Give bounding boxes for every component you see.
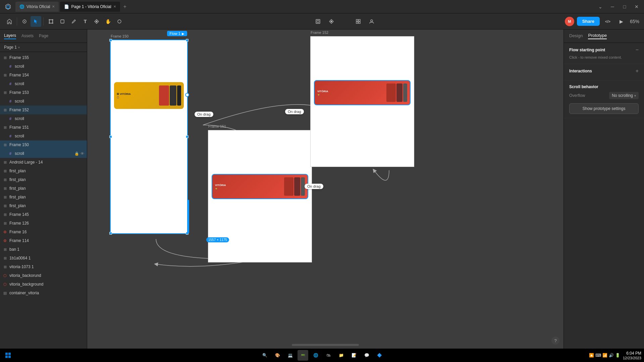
- play-prototype-btn[interactable]: ▶: [616, 16, 627, 27]
- page-tab[interactable]: Page: [39, 34, 48, 39]
- layer-scroll152[interactable]: # scroll: [0, 114, 87, 123]
- layer-vitoria1073[interactable]: ⊞ vitoria-1073 1: [0, 262, 87, 271]
- overflow-select[interactable]: No scrolling ▾: [609, 92, 639, 99]
- help-button[interactable]: ?: [551, 337, 559, 345]
- canvas-hscroll[interactable]: [292, 344, 359, 346]
- add-interaction-btn[interactable]: +: [636, 68, 639, 74]
- layer-frame126[interactable]: ⊞ Frame 126: [0, 219, 87, 228]
- layer-frame114[interactable]: ⚙ Frame 114: [0, 236, 87, 245]
- layer-frame155[interactable]: ⊞ Frame 155: [0, 53, 87, 62]
- show-prototype-settings-button[interactable]: Show prototype settings: [569, 103, 639, 114]
- close-button[interactable]: ✕: [632, 2, 641, 11]
- share-button[interactable]: Share: [577, 17, 600, 26]
- chevron-down-btn[interactable]: ⌄: [596, 2, 605, 11]
- frame-tool[interactable]: [46, 16, 56, 27]
- overflow-label: Overflow: [569, 93, 585, 98]
- layer-first1[interactable]: ⊞ first_plan: [0, 167, 87, 175]
- home-tool[interactable]: [4, 16, 15, 27]
- connection-point[interactable]: [185, 93, 189, 97]
- chevron-up-icon[interactable]: 🔼: [589, 353, 594, 358]
- canvas-frame-150[interactable]: Frame 150 Flow 1 ▶ ⊞ VITÓRIA 🦁: [110, 40, 188, 234]
- zoom-level[interactable]: 65%: [629, 16, 640, 27]
- app2-taskbar-icon[interactable]: 🔷: [374, 350, 385, 361]
- layer-ban1[interactable]: ⊞ ban 1: [0, 245, 87, 254]
- code-btn[interactable]: </>: [602, 16, 613, 27]
- layer-frame16[interactable]: ⚙ Frame 16: [0, 228, 87, 236]
- layer-first4[interactable]: ⊞ first_plan: [0, 193, 87, 201]
- layer-scroll154[interactable]: # scroll: [0, 79, 87, 88]
- frame-fit-btn[interactable]: [313, 16, 323, 27]
- new-tab-button[interactable]: +: [121, 4, 128, 10]
- layer-scroll155[interactable]: # scroll: [0, 62, 87, 71]
- store-taskbar-icon[interactable]: 🛍: [323, 350, 334, 361]
- volume-icon[interactable]: 🔊: [609, 353, 614, 358]
- terminal-taskbar-icon[interactable]: 📟: [298, 350, 308, 361]
- toolbar-center: [127, 16, 562, 27]
- tab-close-icon[interactable]: ✕: [52, 5, 55, 8]
- multiplayer-btn[interactable]: [366, 16, 377, 27]
- design-tab[interactable]: Design: [569, 33, 583, 39]
- layer-frame153[interactable]: ⊞ Frame 153: [0, 88, 87, 97]
- comment-tool[interactable]: [114, 16, 125, 27]
- battery-icon[interactable]: 🔋: [615, 353, 620, 358]
- pen-tool[interactable]: [68, 16, 79, 27]
- move-tool[interactable]: [19, 16, 30, 27]
- flow-badge[interactable]: Flow 1 ▶: [167, 31, 187, 36]
- flow-section-title: Flow starting point: [569, 48, 605, 52]
- layer-first5[interactable]: ⊞ first_plan: [0, 201, 87, 210]
- canvas-frame-152[interactable]: Frame 152 VITÓRIA 🦁: [310, 36, 414, 167]
- layer-first2[interactable]: ⊞ first_plan: [0, 175, 87, 184]
- files-taskbar-icon[interactable]: 📁: [336, 350, 346, 361]
- assets-tab[interactable]: Assets: [21, 34, 34, 39]
- layer-android[interactable]: ⊞ Android Large - 14: [0, 158, 87, 167]
- layer-vitoriabg1[interactable]: ⬡ vitoria_backorund: [0, 271, 87, 280]
- layer-name: scroll: [15, 99, 84, 104]
- browser-taskbar-icon[interactable]: 🌐: [310, 350, 321, 361]
- tab-label2: Page 1 - Vitória Oficial: [71, 4, 111, 9]
- layer-first3[interactable]: ⊞ first_plan: [0, 184, 87, 193]
- notes-taskbar-icon[interactable]: 📝: [348, 350, 359, 361]
- layer-vitoriabg2[interactable]: ⬡ vitoria_background: [0, 280, 87, 289]
- fill-rules-btn[interactable]: [326, 16, 337, 27]
- frame-label-152: Frame 152: [311, 31, 328, 35]
- prototype-tab[interactable]: Prototype: [588, 33, 607, 39]
- component-tool[interactable]: [91, 16, 102, 27]
- layout-grid-btn[interactable]: [353, 16, 364, 27]
- layer-scroll151[interactable]: # scroll: [0, 132, 87, 140]
- select-tool[interactable]: [31, 16, 41, 27]
- layers-tab[interactable]: Layers: [4, 33, 16, 39]
- browser-tab-page1[interactable]: 📄 Page 1 - Vitória Oficial ✕: [60, 2, 120, 12]
- canvas-content: Frame 150 Flow 1 ▶ ⊞ VITÓRIA 🦁: [87, 29, 564, 349]
- dark-mode-btn[interactable]: [339, 16, 350, 27]
- layer-frame154[interactable]: ⊞ Frame 154: [0, 71, 87, 79]
- vscode-taskbar-icon[interactable]: 💻: [285, 350, 296, 361]
- whatsapp-taskbar-icon[interactable]: 💬: [361, 350, 372, 361]
- page-name[interactable]: Page 1 ▾: [4, 45, 20, 50]
- layer-scroll153[interactable]: # scroll: [0, 97, 87, 106]
- layer-frame145[interactable]: ⊞ Frame 145: [0, 210, 87, 219]
- layer-1b1a0064[interactable]: ⊞ 1b1a0064 1: [0, 254, 87, 262]
- layer-frame150[interactable]: ⊞ Frame 150: [0, 140, 87, 149]
- wifi-icon[interactable]: 📶: [602, 353, 607, 358]
- layer-frame152[interactable]: ⊞ Frame 152: [0, 106, 87, 114]
- search-taskbar-icon[interactable]: 🔍: [259, 350, 270, 361]
- tab-close-icon2[interactable]: ✕: [113, 5, 116, 8]
- hand-tool[interactable]: ✋: [103, 16, 113, 27]
- figma-taskbar-icon[interactable]: 🎨: [272, 350, 283, 361]
- browser-tab-vitoria[interactable]: 🌐 Vitória Oficial ✕: [15, 2, 59, 12]
- layer-frame151[interactable]: ⊞ Frame 151: [0, 123, 87, 132]
- layer-container[interactable]: ▤ container_vitoria: [0, 289, 87, 297]
- layer-name: scroll: [15, 151, 72, 156]
- flow-remove-btn[interactable]: −: [636, 47, 639, 53]
- maximize-button[interactable]: □: [620, 2, 629, 11]
- layer-scroll150[interactable]: # scroll 🔒 👁: [0, 149, 87, 158]
- canvas-frame-151[interactable]: Frame 151 VITÓRIA 🦁: [208, 130, 312, 262]
- scroll-behavior-section: Scroll behavior Overflow No scrolling ▾ …: [564, 80, 644, 118]
- canvas[interactable]: Frame 150 Flow 1 ▶ ⊞ VITÓRIA 🦁: [87, 29, 564, 349]
- keyboard-icon[interactable]: ⌨: [595, 353, 601, 358]
- text-tool[interactable]: T: [80, 16, 91, 27]
- shape-tool[interactable]: [57, 16, 68, 27]
- start-button[interactable]: [3, 350, 13, 361]
- minimize-button[interactable]: ─: [608, 2, 617, 11]
- taskbar-clock[interactable]: 6:04 PM 12/23/2023: [623, 351, 641, 360]
